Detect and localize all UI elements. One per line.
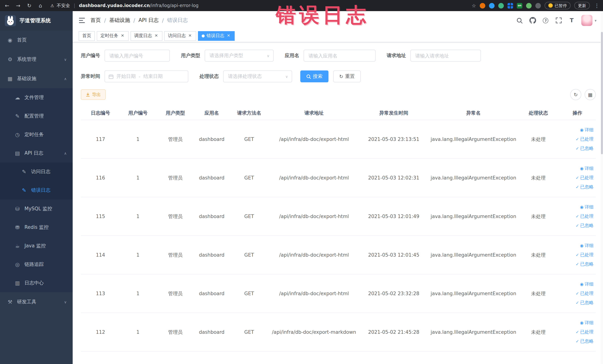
back-icon[interactable]: ← bbox=[4, 3, 10, 9]
ignore-link[interactable]: ✓已忽略 bbox=[576, 145, 593, 152]
extension-icon[interactable] bbox=[508, 3, 513, 8]
check-icon: ✓ bbox=[576, 253, 579, 257]
breadcrumb-api-log[interactable]: API 日志 bbox=[139, 17, 159, 24]
extension-icon[interactable] bbox=[489, 3, 495, 8]
breadcrumb-infra[interactable]: 基础设施 bbox=[109, 17, 130, 24]
search-button[interactable]: 搜索 bbox=[300, 70, 328, 82]
col-log-id: 日志编号 bbox=[81, 110, 120, 116]
sidebar-item-config[interactable]: ✎ 配置管理 bbox=[0, 107, 73, 125]
detail-link[interactable]: ◉详细 bbox=[580, 320, 593, 326]
sidebar-item-api-log[interactable]: ▤ API 日志 ∧ bbox=[0, 144, 73, 163]
table-toolbar: 导出 ↻ ▦ bbox=[73, 89, 603, 100]
sidebar-item-access-log[interactable]: ✎ 访问日志 bbox=[0, 163, 73, 181]
search-icon[interactable] bbox=[516, 17, 523, 24]
update-chip[interactable]: 更新 bbox=[574, 2, 590, 9]
sidebar-item-home[interactable]: ◉ 首页 bbox=[0, 30, 73, 50]
extension-icon[interactable] bbox=[526, 3, 532, 8]
scrollbar[interactable] bbox=[601, 11, 603, 364]
extension-icon[interactable] bbox=[480, 3, 485, 8]
tab-error-log[interactable]: 错误日志 × bbox=[198, 31, 235, 41]
sidebar-item-log-center[interactable]: ▥ 日志中心 bbox=[0, 274, 73, 292]
detail-link[interactable]: ◉详细 bbox=[580, 127, 593, 133]
help-icon[interactable]: ? bbox=[542, 17, 549, 24]
sidebar-item-system[interactable]: ⚙ 系统管理 ∨ bbox=[0, 50, 73, 69]
export-button[interactable]: 导出 bbox=[81, 89, 106, 100]
user-menu[interactable]: ▾ bbox=[581, 15, 596, 26]
sidebar-item-devtools[interactable]: ⚒ 研发工具 ∨ bbox=[0, 292, 73, 312]
navbar: 首页 / 基础设施 / API 日志 / 错误日志 ? T bbox=[73, 11, 603, 30]
hamburger-icon[interactable] bbox=[79, 18, 85, 23]
close-icon[interactable]: × bbox=[226, 33, 231, 38]
sidebar-item-redis[interactable]: ⛃ Redis 监控 bbox=[0, 218, 73, 237]
cell-exception: java.lang.IllegalArgumentException bbox=[429, 329, 518, 335]
process-status-select[interactable]: 请选择处理状态 ∨ bbox=[223, 70, 292, 82]
paused-chip[interactable]: 已暂停 bbox=[545, 2, 570, 9]
ignore-link[interactable]: ✓已忽略 bbox=[576, 338, 593, 344]
ignore-link[interactable]: ✓已忽略 bbox=[576, 184, 593, 190]
sidebar-item-trace[interactable]: ◎ 链路追踪 bbox=[0, 255, 73, 274]
detail-link[interactable]: ◉详细 bbox=[580, 281, 593, 287]
bookmark-star-icon[interactable]: ☆ bbox=[472, 3, 476, 8]
col-status: 处理状态 bbox=[518, 110, 559, 116]
detail-link[interactable]: ◉详细 bbox=[580, 243, 593, 249]
extension-icon[interactable] bbox=[535, 3, 541, 8]
exception-time-range[interactable]: 开始日期 - 结束日期 bbox=[104, 70, 188, 82]
app-name-input[interactable] bbox=[304, 50, 376, 61]
font-size-icon[interactable]: T bbox=[568, 17, 575, 24]
close-icon[interactable]: × bbox=[154, 33, 159, 38]
extension-on-badge[interactable]: on bbox=[517, 3, 522, 8]
sidebar-item-java[interactable]: ☕ Java 监控 bbox=[0, 237, 73, 255]
column-settings-button[interactable]: ▦ bbox=[585, 89, 596, 100]
refresh-button[interactable]: ↻ bbox=[570, 89, 581, 100]
processed-link[interactable]: ✓已处理 bbox=[576, 329, 593, 335]
tab-job-log[interactable]: 调度日志 × bbox=[130, 31, 162, 41]
processed-link[interactable]: ✓已处理 bbox=[576, 290, 593, 297]
sidebar-item-infra[interactable]: ▦ 基础设施 ∧ bbox=[0, 69, 73, 88]
home-icon[interactable]: ⌂ bbox=[37, 3, 44, 9]
sidebar-item-file[interactable]: ☁ 文件管理 bbox=[0, 88, 73, 107]
cell-log-id: 113 bbox=[81, 291, 120, 296]
sidebar-item-mysql[interactable]: ⛁ MySQL 监控 bbox=[0, 200, 73, 218]
reload-icon[interactable]: ↻ bbox=[26, 3, 33, 9]
tab-access-log[interactable]: 访问日志 × bbox=[164, 31, 196, 41]
cell-log-id: 115 bbox=[81, 214, 120, 219]
fullscreen-icon[interactable] bbox=[555, 17, 562, 24]
sidebar-item-job[interactable]: ◷ 定时任务 bbox=[0, 125, 73, 144]
cell-method: GET bbox=[228, 214, 270, 219]
request-url-input[interactable] bbox=[410, 50, 481, 61]
url-path: /infra/log/api-error-log bbox=[150, 3, 198, 8]
sidebar-item-error-log[interactable]: ✎ 错误日志 bbox=[0, 181, 73, 200]
chevron-up-icon: ∧ bbox=[64, 77, 67, 81]
cell-exception: java.lang.IllegalArgumentException bbox=[429, 252, 518, 258]
refresh-icon: ↻ bbox=[339, 74, 343, 79]
address-bar[interactable]: ⚠ 不安全 | dashboard.yudao.iocoder.cn/infra… bbox=[50, 2, 467, 9]
table-header: 日志编号 用户编号 用户类型 应用名 请求方法名 请求地址 异常发生时间 异常名… bbox=[81, 106, 596, 120]
check-icon: ✓ bbox=[576, 185, 579, 189]
ignore-link[interactable]: ✓已忽略 bbox=[576, 300, 593, 306]
close-icon[interactable]: × bbox=[188, 33, 192, 38]
tab-home[interactable]: 首页 bbox=[79, 31, 95, 41]
user-id-input[interactable] bbox=[104, 50, 170, 61]
table-row: 117 1 管理员 dashboard GET /api/infra/db-do… bbox=[81, 120, 596, 159]
kebab-menu-icon[interactable]: ⋮ bbox=[594, 3, 600, 9]
detail-link[interactable]: ◉详细 bbox=[580, 204, 593, 210]
processed-link[interactable]: ✓已处理 bbox=[576, 136, 593, 142]
user-type-select[interactable]: 请选择用户类型 ∨ bbox=[205, 50, 274, 61]
reset-button[interactable]: ↻ 重置 bbox=[333, 70, 361, 82]
caret-down-icon: ▾ bbox=[595, 18, 596, 23]
tab-job[interactable]: 定时任务 × bbox=[97, 31, 129, 41]
processed-link[interactable]: ✓已处理 bbox=[576, 252, 593, 258]
ignore-link[interactable]: ✓已忽略 bbox=[576, 261, 593, 267]
eye-icon: ◎ bbox=[14, 261, 21, 267]
close-icon[interactable]: × bbox=[120, 33, 125, 38]
processed-link[interactable]: ✓已处理 bbox=[576, 213, 593, 220]
breadcrumb-home[interactable]: 首页 bbox=[91, 17, 101, 24]
scrollbar-thumb[interactable] bbox=[601, 32, 603, 154]
detail-link[interactable]: ◉详细 bbox=[580, 165, 593, 172]
github-icon[interactable] bbox=[529, 17, 536, 24]
processed-link[interactable]: ✓已处理 bbox=[576, 175, 593, 181]
extension-icon[interactable] bbox=[498, 3, 504, 8]
check-icon: ✓ bbox=[576, 146, 579, 151]
ignore-link[interactable]: ✓已忽略 bbox=[576, 223, 593, 229]
forward-icon[interactable]: → bbox=[15, 3, 22, 9]
